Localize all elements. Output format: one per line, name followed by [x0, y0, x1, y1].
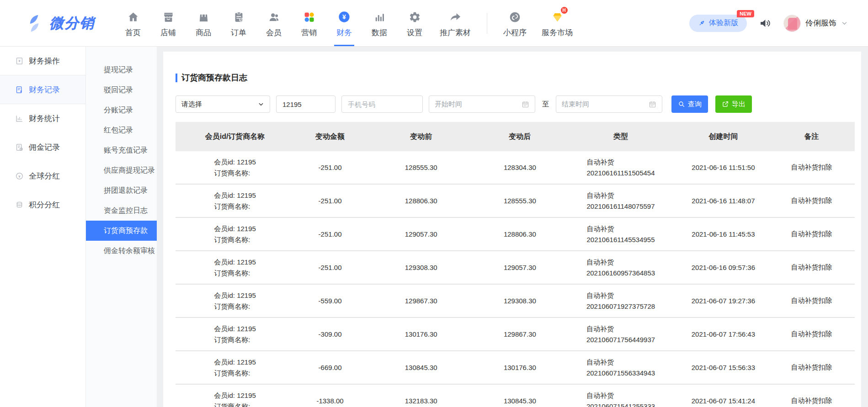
nav-item-label: 设置 [407, 27, 422, 38]
search-button[interactable]: 查询 [671, 95, 708, 113]
submenu-item-split-records[interactable]: 分账记录 [86, 100, 157, 120]
sidebar-item-finance-stats[interactable]: 财务统计 [0, 104, 85, 133]
type-number: 202106161148075597 [587, 201, 655, 212]
cell-type: 自动补货 202106071756449937 [563, 323, 678, 345]
nav-item-marketing[interactable]: 营销 [299, 0, 319, 46]
type-name: 自动补货 [586, 390, 655, 401]
type-number: 202106161145534955 [587, 234, 655, 245]
type-name: 自动补货 [586, 257, 655, 268]
nav-item-label: 服务市场 [542, 27, 573, 38]
cell-before: 129867.30 [366, 297, 476, 305]
cell-remark: 自动补货扣除 [768, 163, 855, 172]
cell-remark: 自动补货扣除 [768, 296, 855, 305]
data-bars-icon [373, 10, 386, 24]
nav-item-shop[interactable]: 店铺 [158, 0, 178, 46]
nav-item-goods[interactable]: 商品 [193, 0, 213, 46]
cell-type: 自动补货 202106071927375728 [563, 290, 678, 312]
nav-item-finance[interactable]: ¥ 财务 [334, 0, 354, 46]
nav-divider [487, 13, 487, 34]
end-date-input[interactable]: 结束时间 [556, 95, 662, 113]
sidebar-item-global-dividend[interactable]: ¥ 全球分红 [0, 162, 85, 190]
cell-before: 128555.30 [366, 164, 476, 171]
filter-type-select[interactable]: 请选择 [176, 95, 270, 113]
member-id-input[interactable] [276, 95, 335, 113]
submenu-item-commission-to-balance[interactable]: 佣金转余额审核 [86, 241, 157, 261]
member-id-line: 会员id: 12195 [214, 157, 256, 168]
export-button[interactable]: 导出 [715, 95, 752, 113]
nav-item-miniprogram[interactable]: 小程序 [503, 0, 527, 46]
new-badge: NEW [737, 10, 754, 17]
try-new-version-button[interactable]: 体验新版 NEW [689, 15, 747, 32]
page-background: 订货商预存款日志 请选择 开始时间 至 结束时间 [157, 47, 868, 407]
submenu-item-fund-monitor-log[interactable]: 资金监控日志 [86, 201, 157, 221]
cell-amount: -251.00 [294, 230, 366, 238]
nav-item-home[interactable]: 首页 [123, 0, 143, 46]
shop-icon [162, 10, 175, 24]
nav-item-orders[interactable]: 订单 [229, 0, 249, 46]
cell-before: 130176.30 [366, 330, 476, 338]
sidebar-item-label: 财务统计 [29, 113, 60, 124]
type-name: 自动补货 [586, 357, 655, 368]
submenu-item-redpacket-records[interactable]: 红包记录 [86, 120, 157, 140]
sidebar-item-points-dividend[interactable]: 积分分红 [0, 190, 85, 219]
speaker-icon[interactable] [759, 17, 772, 30]
start-date-input[interactable]: 开始时间 [429, 95, 535, 113]
member-id-line: 会员id: 12195 [214, 257, 256, 268]
cell-amount: -669.00 [294, 364, 366, 371]
svg-text:¥: ¥ [20, 90, 22, 94]
submenu-item-supplier-withdraw[interactable]: 供应商提现记录 [86, 160, 157, 180]
cell-member: 会员id: 12195 订货商名称: [176, 257, 294, 279]
sidebar-item-finance-ops[interactable]: ¥ 财务操作 [0, 47, 85, 75]
sidebar: ¥ 财务操作 ¥ 财务记录 财务统计 佣金记录 ¥ 全球分红 积分分红 [0, 47, 86, 407]
nav-item-label: 首页 [125, 27, 141, 38]
member-id-line: 会员id: 12195 [214, 323, 256, 334]
main-nav: 首页 店铺 商品 订单 会员 [123, 0, 573, 46]
content-card: 订货商预存款日志 请选择 开始时间 至 结束时间 [163, 52, 861, 407]
user-menu[interactable]: 伶俐服饰 [783, 15, 848, 32]
cell-member: 会员id: 12195 订货商名称: [176, 157, 294, 179]
nav-item-market[interactable]: H 服务市场 [542, 0, 573, 46]
date-range-to-label: 至 [542, 100, 549, 109]
member-id-line: 会员id: 12195 [214, 190, 256, 201]
type-number: 202106071927375728 [586, 301, 655, 312]
table-header-row: 会员id/订货商名称 变动金额 变动前 变动后 类型 创建时间 备注 [176, 122, 855, 151]
finance-stats-icon [15, 114, 24, 123]
submenu-item-reject-records[interactable]: 驳回记录 [86, 80, 157, 100]
svg-text:¥: ¥ [18, 174, 21, 179]
search-button-label: 查询 [688, 100, 702, 109]
nav-item-members[interactable]: 会员 [264, 0, 284, 46]
sidebar-item-commission-records[interactable]: 佣金记录 [0, 133, 85, 162]
cell-after: 129867.30 [476, 330, 563, 338]
table-header-cell: 备注 [768, 132, 855, 142]
nav-item-settings[interactable]: 设置 [405, 0, 425, 46]
submenu-item-orderer-deposit[interactable]: 订货商预存款 [86, 221, 157, 241]
nav-item-data[interactable]: 数据 [369, 0, 389, 46]
cell-remark: 自动补货扣除 [768, 263, 855, 272]
table-body: 会员id: 12195 订货商名称: -251.00 128555.30 128… [176, 151, 855, 407]
nav-item-promo[interactable]: 推广素材 [440, 0, 471, 46]
cell-remark: 自动补货扣除 [768, 230, 855, 238]
cell-before: 128806.30 [366, 197, 476, 205]
cell-amount: -309.00 [294, 330, 366, 338]
submenu-item-recharge-records[interactable]: 账号充值记录 [86, 140, 157, 160]
cell-amount: -1338.00 [294, 397, 366, 405]
cell-after: 129057.30 [476, 264, 563, 271]
cell-type: 自动补货 202106161151505454 [563, 157, 678, 179]
type-name: 自动补货 [587, 190, 655, 201]
brand-logo[interactable]: 微分销 [27, 14, 95, 33]
nav-item-label: 小程序 [503, 27, 527, 38]
sidebar-item-label: 全球分红 [29, 171, 60, 181]
submenu-item-groupbuy-refund[interactable]: 拼团退款记录 [86, 180, 157, 201]
merchant-name-line: 订货商名称: [214, 401, 256, 407]
nav-item-label: 推广素材 [440, 27, 471, 38]
cell-after: 128806.30 [476, 230, 563, 238]
home-icon [127, 10, 139, 24]
deposit-log-table: 会员id/订货商名称 变动金额 变动前 变动后 类型 创建时间 备注 会员id:… [176, 122, 855, 407]
gear-icon [409, 10, 421, 24]
phone-input[interactable] [341, 95, 423, 113]
sidebar-item-finance-records[interactable]: ¥ 财务记录 [0, 75, 85, 104]
nav-item-label: 数据 [372, 27, 387, 38]
goods-bag-icon [197, 10, 210, 24]
submenu-item-withdraw-records[interactable]: 提现记录 [86, 60, 157, 80]
type-number: 202106160957364853 [586, 268, 655, 279]
